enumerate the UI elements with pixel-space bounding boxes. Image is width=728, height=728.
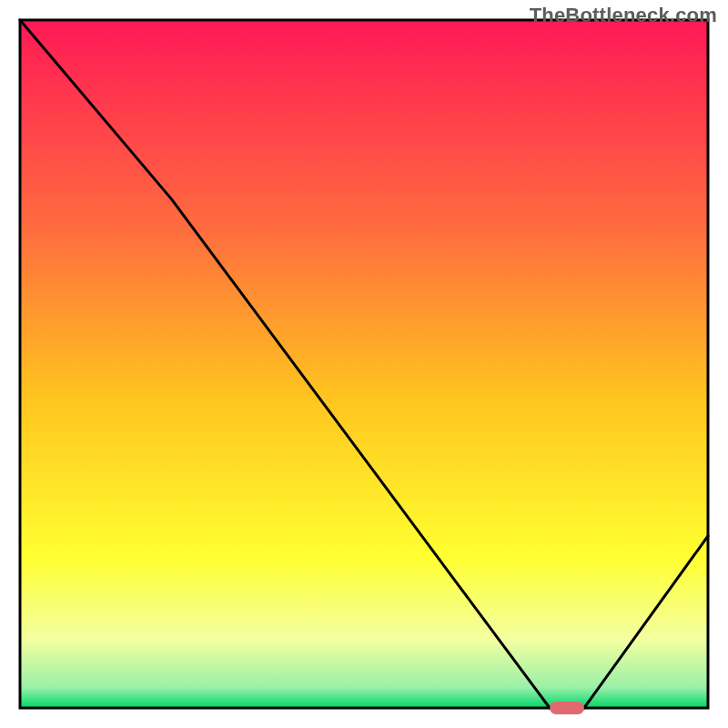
optimal-range-marker: [550, 702, 584, 714]
watermark-label: TheBottleneck.com: [530, 4, 717, 27]
plot-background: [20, 20, 708, 708]
bottleneck-chart: [0, 0, 728, 728]
chart-container: TheBottleneck.com: [0, 0, 728, 728]
